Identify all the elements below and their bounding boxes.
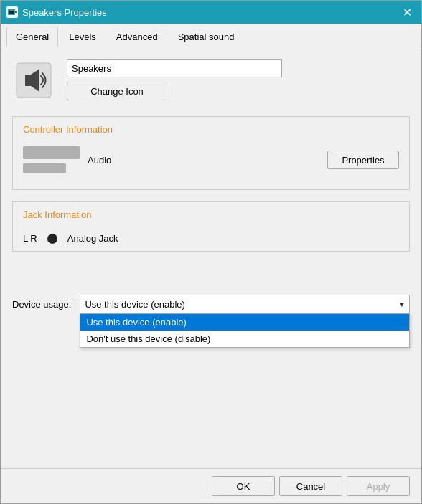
speakers-properties-window: Speakers Properties ✕ General Levels Adv… — [0, 0, 422, 504]
titlebar: Speakers Properties ✕ — [1, 1, 421, 24]
svg-rect-4 — [25, 75, 31, 86]
jack-info-section: Jack Information L R Analog Jack — [12, 201, 410, 252]
footer: OK Cancel Apply — [1, 468, 421, 503]
dropdown-option-enable[interactable]: Use this device (enable) — [80, 314, 409, 331]
tab-general[interactable]: General — [6, 27, 58, 47]
controller-row: Audio Properties — [23, 146, 399, 173]
jack-channels: L R — [23, 233, 37, 244]
device-usage-section: Device usage: Use this device (enable) ▼… — [12, 295, 410, 313]
tab-levels[interactable]: Levels — [60, 27, 106, 47]
controller-bar-wide — [23, 146, 80, 159]
dropdown-option-disable[interactable]: Don't use this device (disable) — [80, 331, 409, 347]
tab-bar: General Levels Advanced Spatial sound — [1, 24, 421, 47]
device-usage-label: Device usage: — [12, 299, 71, 310]
jack-row: L R Analog Jack — [13, 226, 409, 251]
cancel-button[interactable]: Cancel — [279, 476, 342, 496]
device-info: Change Icon — [67, 59, 282, 100]
jack-info-label: Jack Information — [13, 202, 409, 220]
controller-info-label: Controller Information — [13, 117, 409, 135]
device-usage-dropdown-container: Use this device (enable) ▼ Use this devi… — [80, 295, 410, 313]
svg-rect-1 — [9, 11, 14, 14]
device-usage-popup: Use this device (enable) Don't use this … — [80, 313, 410, 348]
device-name-input[interactable] — [67, 59, 282, 77]
tab-advanced[interactable]: Advanced — [107, 27, 167, 47]
controller-bar-narrow — [23, 163, 66, 173]
window-title: Speakers Properties — [22, 7, 107, 18]
device-section: Change Icon — [12, 59, 410, 102]
tab-spatial-sound[interactable]: Spatial sound — [169, 27, 244, 47]
device-icon-area — [12, 59, 55, 102]
svg-rect-2 — [15, 11, 17, 13]
window-icon — [6, 6, 18, 18]
controller-left: Audio — [23, 146, 111, 173]
controller-info-content: Audio Properties — [13, 141, 409, 189]
properties-button[interactable]: Properties — [327, 151, 399, 169]
content-area: Change Icon Controller Information Audio… — [1, 47, 421, 468]
controller-bars — [23, 146, 80, 173]
titlebar-left: Speakers Properties — [6, 6, 107, 18]
change-icon-button[interactable]: Change Icon — [67, 82, 167, 100]
device-usage-dropdown[interactable]: Use this device (enable) — [80, 295, 410, 313]
close-button[interactable]: ✕ — [398, 4, 416, 21]
ok-button[interactable]: OK — [212, 476, 275, 496]
jack-type: Analog Jack — [67, 233, 118, 244]
controller-info-section: Controller Information Audio Properties — [12, 116, 410, 190]
controller-device-name: Audio — [88, 155, 111, 166]
apply-button[interactable]: Apply — [347, 476, 410, 496]
jack-dot — [47, 234, 57, 244]
